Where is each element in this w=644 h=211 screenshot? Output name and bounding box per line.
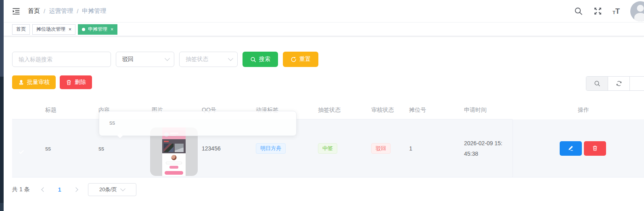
refresh-icon — [616, 80, 622, 87]
delete-button[interactable] — [584, 141, 606, 156]
review-status-tag: 驳回 — [371, 143, 391, 154]
tab-booth-apply-active[interactable]: 申摊管理 × — [78, 24, 117, 35]
chevron-down-icon — [120, 186, 125, 191]
breadcrumb-item-booth-apply[interactable]: 申摊管理 — [82, 7, 106, 15]
breadcrumb-separator: / — [44, 8, 45, 15]
active-tab-dot — [82, 28, 85, 31]
col-header-actions: 操作 — [512, 101, 644, 119]
edit-button[interactable] — [560, 141, 582, 156]
review-status-select[interactable]: 驳回 — [116, 52, 174, 67]
refresh-icon — [291, 56, 297, 63]
tab-home[interactable]: 首页 — [12, 24, 30, 35]
chevron-right-icon — [73, 187, 78, 192]
navbar-right: TT — [574, 1, 644, 21]
chevron-left-icon — [41, 187, 46, 192]
tab-close-icon[interactable]: × — [111, 27, 113, 32]
tags-view-bar: 首页 摊位场次管理 × 申摊管理 × — [4, 23, 644, 36]
table-search-toggle-button[interactable] — [586, 77, 608, 90]
anime-tag: 明日方舟 — [256, 143, 286, 154]
sidebar-edge-bottom — [0, 203, 4, 211]
prev-page-button[interactable] — [37, 183, 50, 196]
sidebar-edge-top — [0, 0, 4, 77]
lottery-status-select[interactable]: 抽签状态 — [179, 52, 238, 67]
trash-icon — [592, 145, 598, 151]
col-header-title: 标题 — [40, 107, 93, 114]
col-header-booth-no: 摊位号 — [404, 107, 458, 114]
cell-qq: 123456 — [196, 145, 250, 152]
breadcrumb: 首页 / 运营管理 / 申摊管理 — [28, 7, 106, 15]
reset-button[interactable]: 重置 — [283, 52, 318, 67]
pagination-total: 共 1 条 — [12, 186, 30, 193]
font-size-icon[interactable]: TT — [613, 8, 620, 15]
col-header-lottery: 抽签状态 — [312, 107, 366, 114]
search-button[interactable]: 搜索 — [243, 52, 278, 67]
fixed-column-divider — [512, 119, 513, 178]
pencil-icon — [568, 145, 574, 151]
hamburger-icon[interactable] — [12, 7, 21, 16]
sidebar-collapsed-edge — [0, 0, 4, 211]
chevron-down-icon — [165, 56, 170, 61]
page-number-current[interactable]: 1 — [53, 186, 66, 193]
cell-booth-no: 1 — [404, 145, 458, 152]
trash-icon — [66, 79, 72, 86]
tab-booth-session[interactable]: 摊位场次管理 × — [32, 24, 75, 35]
toolbar-row: 批量审核 删除 — [12, 75, 92, 89]
tab-close-icon[interactable]: × — [69, 27, 71, 32]
content-tooltip: ss — [99, 111, 297, 136]
search-icon — [594, 80, 600, 87]
search-icon — [250, 56, 256, 63]
stamp-icon — [18, 79, 24, 86]
filter-row: 驳回 抽签状态 搜索 重置 — [12, 52, 318, 67]
lottery-status-tag: 中签 — [318, 143, 337, 154]
chevron-down-icon — [228, 56, 233, 61]
cell-content: ss — [93, 145, 146, 152]
breadcrumb-separator: / — [77, 8, 78, 15]
fullscreen-icon[interactable] — [593, 7, 602, 16]
tooltip-text: ss — [109, 119, 115, 126]
navbar: 首页 / 运营管理 / 申摊管理 TT — [4, 0, 644, 23]
avatar[interactable] — [630, 1, 644, 21]
table-tools-group — [586, 76, 644, 91]
table-refresh-button[interactable] — [608, 77, 630, 90]
cell-apply-time: 2026-02-09 15: 45:38 — [458, 138, 512, 159]
batch-review-button[interactable]: 批量审核 — [12, 75, 56, 89]
batch-delete-button[interactable]: 删除 — [60, 75, 92, 89]
table-settings-button[interactable] — [630, 77, 644, 90]
next-page-button[interactable] — [69, 183, 82, 196]
title-search-input[interactable] — [12, 52, 111, 67]
cell-title: ss — [40, 145, 93, 152]
breadcrumb-item-home[interactable]: 首页 — [28, 7, 40, 15]
col-header-review: 审核状态 — [366, 107, 404, 114]
page-size-select[interactable]: 20条/页 — [88, 183, 136, 196]
breadcrumb-item-operation[interactable]: 运营管理 — [49, 7, 73, 15]
pagination: 共 1 条 1 20条/页 — [12, 183, 136, 196]
header-search-icon[interactable] — [574, 7, 583, 16]
col-header-apply-time: 申请时间 — [458, 107, 512, 114]
avatar-person-icon — [637, 5, 644, 12]
